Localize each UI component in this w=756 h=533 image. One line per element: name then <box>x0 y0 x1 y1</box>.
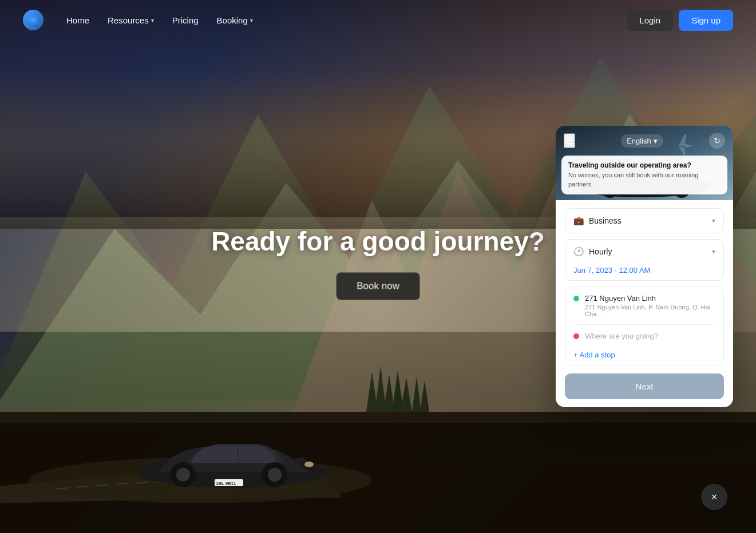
hourly-date[interactable]: Jun 7, 2023 - 12:00 AM <box>565 264 723 280</box>
clock-icon: 🕐 <box>573 246 584 257</box>
panel-topbar: ☰ English ▾ ↻ <box>556 126 733 156</box>
pickup-location-row[interactable]: 271 Nguyen Van Linh 271 Nguyen Van Linh,… <box>565 287 723 324</box>
login-button[interactable]: Login <box>627 10 673 31</box>
nav-home[interactable]: Home <box>66 15 89 25</box>
navbar: Home Resources ▾ Pricing Booking ▾ Login… <box>0 0 756 40</box>
business-chevron-icon: ▾ <box>712 217 715 225</box>
nav-pricing[interactable]: Pricing <box>172 15 199 25</box>
pickup-dot-icon <box>573 296 579 301</box>
hourly-chevron-icon: ▾ <box>712 248 715 256</box>
book-now-button[interactable]: Book now <box>336 273 420 300</box>
panel-body: 💼 Business ▾ 🕐 Hourly ▾ Jun 7, 2023 - 12… <box>556 200 733 407</box>
nav-booking[interactable]: Booking ▾ <box>217 15 253 25</box>
svg-point-22 <box>304 462 314 467</box>
traveling-notice-desc: No worries, you can still book with our … <box>568 171 721 189</box>
hero-title: Ready for a good journey? <box>211 226 545 257</box>
hamburger-menu-button[interactable]: ☰ <box>564 133 575 148</box>
language-label: English <box>627 137 651 145</box>
nav-links: Home Resources ▾ Pricing Booking ▾ <box>66 15 253 25</box>
traveling-notice: Traveling outside our operating area? No… <box>561 156 727 194</box>
hourly-section: 🕐 Hourly ▾ Jun 7, 2023 - 12:00 AM <box>565 239 724 281</box>
next-button[interactable]: Next <box>565 373 724 399</box>
destination-dot-icon <box>573 333 579 339</box>
location-section: 271 Nguyen Van Linh 271 Nguyen Van Linh,… <box>565 287 724 365</box>
nav-logo <box>23 10 43 30</box>
close-icon: × <box>711 491 718 503</box>
panel-header-image: ☰ English ▾ ↻ Traveling outside our oper… <box>556 126 733 200</box>
hourly-label: Hourly <box>589 247 612 256</box>
svg-point-19 <box>268 468 282 482</box>
svg-point-17 <box>176 468 190 482</box>
language-chevron-icon: ▾ <box>654 137 658 145</box>
destination-placeholder: Where are you going? <box>585 332 658 340</box>
briefcase-icon: 💼 <box>573 216 584 226</box>
close-panel-button[interactable]: × <box>701 484 727 510</box>
destination-location-row[interactable]: Where are you going? <box>565 325 723 347</box>
booking-panel: ☰ English ▾ ↻ Traveling outside our oper… <box>556 126 733 407</box>
add-stop-button[interactable]: + Add a stop <box>565 347 723 365</box>
pickup-address: 271 Nguyen Van Linh, P. Nam Duong, Q. Ha… <box>585 304 715 317</box>
traveling-notice-title: Traveling outside our operating area? <box>568 161 721 169</box>
pickup-name: 271 Nguyen Van Linh <box>585 294 715 303</box>
logo-icon <box>27 14 39 26</box>
svg-text:1EL 9E11: 1EL 9E11 <box>216 481 236 486</box>
business-label: Business <box>589 216 622 225</box>
refresh-icon[interactable]: ↻ <box>709 133 725 149</box>
business-dropdown[interactable]: 💼 Business ▾ <box>565 208 724 233</box>
resources-chevron-icon: ▾ <box>151 17 154 23</box>
hero-section: Ready for a good journey? Book now <box>211 226 545 300</box>
booking-chevron-icon: ▾ <box>250 17 253 23</box>
signup-button[interactable]: Sign up <box>679 10 733 31</box>
pickup-info: 271 Nguyen Van Linh 271 Nguyen Van Linh,… <box>585 294 715 317</box>
nav-resources[interactable]: Resources ▾ <box>108 15 154 25</box>
language-selector-button[interactable]: English ▾ <box>621 134 663 148</box>
hourly-dropdown[interactable]: 🕐 Hourly ▾ <box>565 240 723 264</box>
